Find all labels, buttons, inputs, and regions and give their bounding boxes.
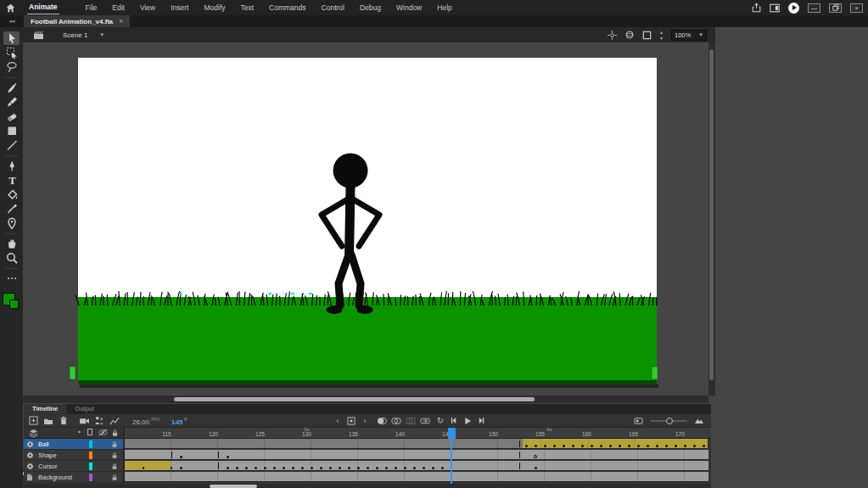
layer-lock-icon[interactable] — [111, 463, 118, 470]
keyframe-dot[interactable] — [675, 445, 677, 447]
asset-warp-tool[interactable] — [3, 216, 20, 230]
rectangle-tool[interactable] — [3, 124, 20, 137]
menu-view[interactable]: View — [132, 1, 163, 14]
layers-stack-icon[interactable] — [29, 429, 38, 438]
current-frame-display[interactable]: 145 F — [171, 417, 188, 426]
frames-row-ball[interactable] — [125, 439, 711, 450]
frames-row-background[interactable] — [125, 472, 711, 483]
center-stage-icon[interactable] — [608, 31, 617, 40]
frame-ruler[interactable]: 1151201251301351401451501551601651705s6s — [125, 428, 711, 439]
fluid-brush-tool[interactable] — [3, 81, 20, 94]
previous-keyframe-button[interactable]: ‹ — [331, 415, 344, 426]
eyedropper-tool[interactable] — [3, 202, 20, 216]
keyframe-dot[interactable] — [591, 445, 593, 447]
layer-parenting-button[interactable] — [92, 415, 106, 426]
selection-handle[interactable] — [70, 367, 76, 379]
toolbar-options[interactable] — [3, 272, 20, 285]
step-back-button[interactable] — [447, 415, 461, 426]
zoom-step-up-icon[interactable]: ▲ — [659, 30, 664, 35]
close-tab-icon[interactable]: × — [119, 17, 123, 25]
timeline-fps-display[interactable]: 26.00 FPS — [132, 417, 160, 426]
keyframe-dot[interactable] — [619, 445, 621, 447]
pen-tool[interactable] — [3, 159, 20, 172]
workspace-icon[interactable] — [770, 3, 780, 13]
menu-modify[interactable]: Modify — [196, 1, 232, 14]
paint-bucket-tool[interactable] — [3, 188, 20, 201]
frames-row-shape[interactable] — [125, 450, 711, 461]
keyframe-dot[interactable] — [525, 445, 528, 447]
lock-column-icon[interactable] — [111, 429, 119, 437]
keyframe-dot[interactable] — [535, 467, 537, 469]
menu-debug[interactable]: Debug — [352, 1, 389, 14]
frame-span[interactable] — [125, 472, 708, 482]
timeline-zoom-slider[interactable] — [650, 420, 687, 422]
new-folder-button[interactable] — [42, 415, 55, 426]
keyframe-dot[interactable] — [544, 445, 546, 447]
keyframe-dot[interactable] — [292, 467, 294, 469]
frame-span[interactable] — [125, 439, 523, 449]
stroke-color-swatch[interactable] — [9, 300, 19, 309]
text-tool[interactable]: T — [3, 173, 20, 187]
zoom-stepper[interactable]: ▲ ▼ — [659, 30, 664, 41]
layer-depth-button[interactable] — [108, 415, 121, 426]
next-keyframe-button[interactable]: › — [358, 415, 372, 426]
frame-span[interactable] — [523, 439, 708, 449]
scene-breadcrumb[interactable]: Scene 1 — [63, 31, 87, 39]
keyframe-dot[interactable] — [329, 467, 332, 469]
keyframe-dot[interactable] — [665, 445, 668, 447]
frame-span[interactable] — [125, 461, 708, 471]
eraser-tool[interactable] — [3, 109, 20, 123]
keyframe-dot[interactable] — [385, 467, 388, 469]
motion-path-point[interactable] — [292, 293, 294, 295]
property-keyframe-dot[interactable] — [143, 467, 145, 469]
selection-tool[interactable] — [3, 31, 20, 45]
keyframe-dot[interactable] — [283, 467, 285, 469]
play-button[interactable] — [461, 415, 474, 426]
stage-canvas[interactable] — [23, 42, 708, 395]
menu-control[interactable]: Control — [314, 1, 352, 14]
layer-row-shape[interactable]: Shape — [24, 450, 123, 461]
timeline-frames-area[interactable]: 1151201251301351401451501551601651705s6s — [125, 428, 711, 484]
scene-dropdown-icon[interactable]: ▼ — [99, 32, 104, 37]
minimize-button[interactable]: — — [808, 3, 820, 13]
keyframe-dot[interactable] — [647, 445, 649, 447]
keyframe-dot[interactable] — [628, 445, 630, 447]
menu-animate[interactable]: Animate — [27, 1, 59, 14]
keyframe-dot[interactable] — [637, 445, 640, 447]
outline-column-icon[interactable] — [87, 429, 92, 435]
close-button[interactable]: × — [850, 3, 863, 13]
timeline-zoom-icon[interactable] — [692, 415, 706, 426]
keyframe-dot[interactable] — [264, 467, 266, 469]
menu-file[interactable]: File — [78, 1, 105, 14]
keyframe-dot[interactable] — [600, 445, 602, 447]
keyframe-dot[interactable] — [357, 467, 360, 469]
camera-button[interactable] — [77, 415, 91, 426]
keyframe-dot[interactable] — [339, 467, 341, 469]
share-icon[interactable] — [752, 3, 761, 13]
slider-knob[interactable] — [666, 418, 673, 424]
layer-outline-color-chip[interactable] — [89, 463, 92, 470]
classic-brush-tool[interactable] — [3, 95, 20, 109]
restore-button[interactable] — [829, 3, 842, 13]
keyframe-dot[interactable] — [535, 445, 537, 447]
loop-playback-button[interactable]: ↻ — [434, 415, 447, 426]
frame-rows[interactable] — [125, 439, 711, 483]
keyframe-dot[interactable] — [656, 445, 658, 447]
create-frame-span-button[interactable] — [418, 415, 432, 426]
rotate-view-icon[interactable] — [624, 30, 635, 40]
keyframe-dot[interactable] — [609, 445, 612, 447]
document-tab[interactable]: Football Animation_v4.fla × — [24, 15, 130, 27]
frame-span[interactable] — [125, 461, 171, 471]
frame-view-options-button[interactable] — [631, 415, 645, 426]
layer-outline-color-chip[interactable] — [89, 474, 92, 481]
keyframe-dot[interactable] — [180, 456, 182, 458]
keyframe-dot[interactable] — [255, 467, 257, 469]
keyframe-dot[interactable] — [227, 467, 229, 469]
keyframe-dot[interactable] — [413, 467, 416, 469]
selection-handle[interactable] — [652, 367, 658, 379]
onion-skin-outlines-button[interactable] — [389, 415, 403, 426]
keyframe-dot[interactable] — [236, 467, 238, 469]
menu-help[interactable]: Help — [429, 1, 459, 14]
zoom-level-select[interactable]: 100% ▼ — [671, 30, 707, 41]
hand-tool[interactable] — [3, 237, 20, 250]
